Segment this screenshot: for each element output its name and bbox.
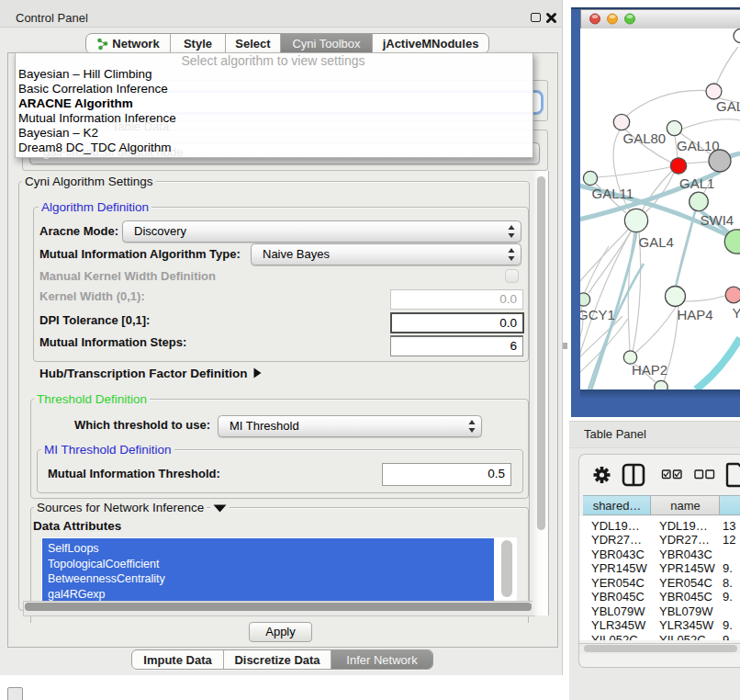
svg-text:Y: Y [733,305,740,321]
svg-text:GAL1: GAL1 [679,175,714,191]
svg-text:GAL10: GAL10 [677,138,720,153]
svg-text:GAL7: GAL7 [716,98,740,114]
svg-text:HAP2: HAP2 [632,362,667,378]
svg-text:GCY1: GCY1 [580,307,615,322]
svg-text:SWI4: SWI4 [701,212,734,228]
svg-text:HAP4: HAP4 [678,307,713,322]
svg-text:GAL4: GAL4 [639,234,674,250]
svg-text:GAL11: GAL11 [592,186,634,201]
svg-text:GAL80: GAL80 [623,130,667,146]
